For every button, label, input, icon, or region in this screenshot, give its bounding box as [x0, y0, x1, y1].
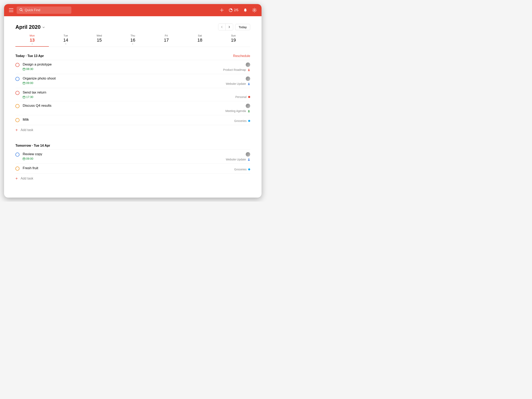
project-tag[interactable]: Website Update: [226, 82, 250, 85]
day-number: 15: [82, 38, 116, 43]
project-tag[interactable]: Product Roadmap: [223, 68, 250, 71]
project-tag[interactable]: Personal: [235, 95, 250, 99]
bell-icon: [243, 8, 247, 12]
task-meta: Website Update: [226, 152, 250, 161]
day-cell[interactable]: Mon13: [15, 34, 49, 47]
day-cell[interactable]: Fri17: [150, 34, 183, 47]
day-name: Tue: [49, 34, 82, 37]
task-title: Organize photo shoot: [23, 77, 223, 81]
svg-point-29: [248, 158, 249, 160]
day-cell[interactable]: Sat18: [183, 34, 216, 47]
month-nav-row: April 2020 Today: [15, 24, 250, 30]
task-row[interactable]: Send tax return17:30Personal: [15, 88, 250, 101]
day-name: Fri: [150, 34, 183, 37]
task-checkbox[interactable]: [15, 77, 19, 81]
settings-button[interactable]: [252, 8, 257, 12]
project-dot: [248, 96, 250, 98]
app-window: 2/5 April 2020: [4, 4, 261, 198]
day-name: Sun: [217, 34, 250, 37]
project-dot: [248, 120, 250, 122]
task-row[interactable]: Fresh fruitGroceries: [15, 164, 250, 174]
project-dot: [248, 168, 250, 170]
day-cell[interactable]: Tue14: [49, 34, 82, 47]
assignee-avatar[interactable]: [246, 63, 250, 67]
assignee-avatar[interactable]: [246, 152, 250, 157]
chevron-left-icon: [221, 26, 223, 28]
week-strip: Mon13Tue14Wed15Thu16Fri17Sat18Sun19: [15, 34, 250, 47]
day-name: Mon: [15, 34, 49, 37]
task-title: Design a prototype: [23, 63, 220, 66]
pie-icon: [229, 8, 233, 12]
prev-week-button[interactable]: [218, 24, 226, 30]
task-checkbox[interactable]: [15, 104, 19, 108]
next-week-button[interactable]: [226, 24, 233, 30]
add-task-button[interactable]: +Add task: [15, 125, 250, 135]
search-input[interactable]: [25, 8, 69, 12]
task-main: Send tax return17:30: [23, 90, 232, 99]
task-checkbox[interactable]: [15, 63, 19, 67]
assignee-avatar[interactable]: [246, 104, 250, 108]
project-name: Website Update: [226, 82, 246, 85]
task-meta: Website Update: [226, 77, 250, 85]
calendar-icon: [23, 68, 25, 70]
project-name: Personal: [235, 95, 247, 99]
task-main: Discuss Q4 results: [23, 104, 222, 113]
task-row[interactable]: Review copy09:00Website Update: [15, 150, 250, 164]
today-button[interactable]: Today: [235, 24, 250, 30]
week-arrows: [218, 24, 233, 30]
task-main: Design a prototype08:30: [23, 63, 220, 71]
day-number: 18: [183, 38, 216, 43]
task-checkbox[interactable]: [15, 153, 19, 157]
project-tag[interactable]: Groceries: [234, 168, 250, 171]
day-number: 19: [217, 38, 250, 43]
task-meta: Groceries: [234, 118, 250, 122]
day-cell[interactable]: Wed15: [82, 34, 116, 47]
day-dot: [132, 44, 133, 44]
content: April 2020 Today Mon13Tue14Wed15Thu16Fri…: [4, 16, 261, 198]
project-name: Website Update: [226, 158, 246, 161]
task-title: Discuss Q4 results: [23, 104, 222, 108]
task-checkbox[interactable]: [15, 167, 19, 171]
section-header: Today · Tue 13 AprReschedule: [15, 54, 250, 58]
add-task-button[interactable]: [220, 8, 224, 12]
search-box[interactable]: [17, 6, 71, 14]
svg-line-16: [253, 11, 253, 12]
task-title: Fresh fruit: [23, 166, 231, 170]
person-icon: [247, 83, 250, 85]
notifications-button[interactable]: [243, 8, 247, 12]
day-cell[interactable]: Thu16: [116, 34, 149, 47]
task-row[interactable]: Design a prototype08:30Product Roadmap: [15, 60, 250, 74]
section-title: Today · Tue 13 Apr: [15, 54, 44, 58]
plus-icon: +: [15, 128, 18, 132]
reschedule-link[interactable]: Reschedule: [233, 54, 250, 58]
task-row[interactable]: Discuss Q4 resultsMeeting Agenda: [15, 101, 250, 115]
day-number: 14: [49, 38, 82, 43]
add-task-button[interactable]: +Add task: [15, 174, 250, 183]
svg-point-9: [254, 10, 255, 11]
day-name: Sat: [183, 34, 216, 37]
task-title: Review copy: [23, 152, 223, 156]
person-icon: [247, 69, 250, 71]
project-name: Meeting Agenda: [225, 109, 246, 113]
assignee-avatar[interactable]: [246, 77, 250, 81]
task-main: Review copy09:00: [23, 152, 223, 161]
task-checkbox[interactable]: [15, 118, 19, 122]
project-tag[interactable]: Website Update: [226, 158, 250, 161]
task-time: 09:00: [23, 157, 223, 160]
task-row[interactable]: MilkGroceries: [15, 115, 250, 125]
productivity-button[interactable]: 2/5: [229, 8, 238, 12]
project-tag[interactable]: Meeting Agenda: [225, 109, 250, 113]
month-selector[interactable]: April 2020: [15, 24, 45, 30]
chevron-down-icon: [42, 24, 45, 30]
task-checkbox[interactable]: [15, 91, 19, 95]
day-cell[interactable]: Sun19: [217, 34, 250, 47]
task-meta: Personal: [235, 90, 250, 99]
task-main: Organize photo shoot09:00: [23, 77, 223, 85]
menu-icon[interactable]: [9, 8, 13, 12]
project-tag[interactable]: Groceries: [234, 119, 250, 122]
task-row[interactable]: Organize photo shoot09:00Website Update: [15, 74, 250, 88]
project-name: Groceries: [234, 119, 247, 122]
person-icon: [247, 110, 250, 112]
svg-point-23: [248, 83, 249, 84]
add-task-label: Add task: [21, 128, 33, 132]
